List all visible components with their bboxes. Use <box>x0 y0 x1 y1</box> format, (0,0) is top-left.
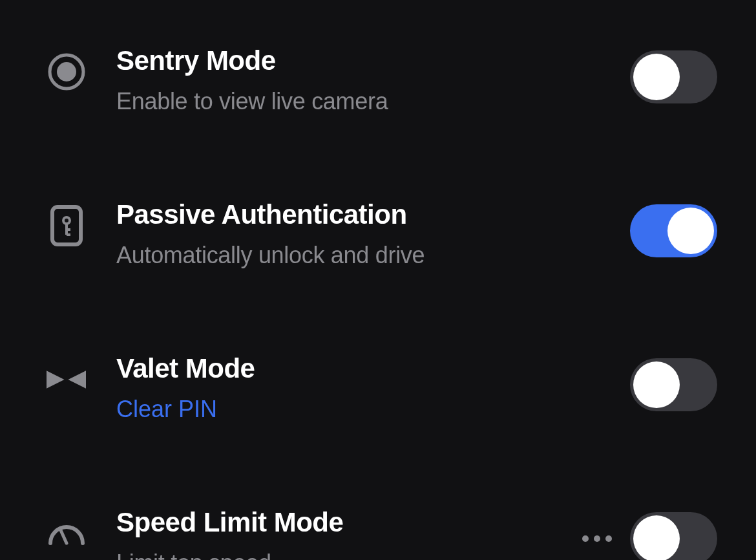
svg-point-3 <box>63 217 70 224</box>
setting-subtitle: Enable to view live camera <box>116 88 601 115</box>
sentry-mode-toggle[interactable] <box>630 50 717 103</box>
clear-pin-link[interactable]: Clear PIN <box>116 396 601 423</box>
bowtie-icon <box>45 358 87 400</box>
setting-text-block: Passive Authentication Automatically unl… <box>116 199 601 269</box>
right-controls <box>582 512 717 560</box>
setting-text-block: Valet Mode Clear PIN <box>116 353 601 423</box>
setting-title: Speed Limit Mode <box>116 507 553 538</box>
setting-subtitle: Automatically unlock and drive <box>116 242 601 269</box>
setting-row-speed-limit: Speed Limit Mode Limit top speed <box>45 507 717 560</box>
svg-marker-8 <box>68 371 86 389</box>
right-controls <box>630 358 717 411</box>
setting-row-valet-mode: Valet Mode Clear PIN <box>45 353 717 423</box>
setting-text-block: Sentry Mode Enable to view live camera <box>116 45 601 115</box>
setting-title: Valet Mode <box>116 353 601 384</box>
setting-row-passive-auth: Passive Authentication Automatically unl… <box>45 199 717 269</box>
svg-marker-7 <box>47 371 65 389</box>
right-controls <box>630 50 717 103</box>
setting-title: Sentry Mode <box>116 45 601 76</box>
more-options-icon[interactable] <box>582 535 612 542</box>
passive-auth-toggle[interactable] <box>630 204 717 257</box>
gauge-icon <box>45 512 87 554</box>
valet-mode-toggle[interactable] <box>630 358 717 411</box>
speed-limit-toggle[interactable] <box>630 512 717 560</box>
record-circle-icon <box>45 50 87 92</box>
setting-subtitle: Limit top speed <box>116 550 553 560</box>
setting-text-block: Speed Limit Mode Limit top speed <box>116 507 553 560</box>
right-controls <box>630 204 717 257</box>
svg-line-9 <box>61 530 67 543</box>
key-card-icon <box>45 204 87 246</box>
setting-title: Passive Authentication <box>116 199 601 230</box>
svg-point-1 <box>57 62 76 81</box>
setting-row-sentry-mode: Sentry Mode Enable to view live camera <box>45 45 717 115</box>
